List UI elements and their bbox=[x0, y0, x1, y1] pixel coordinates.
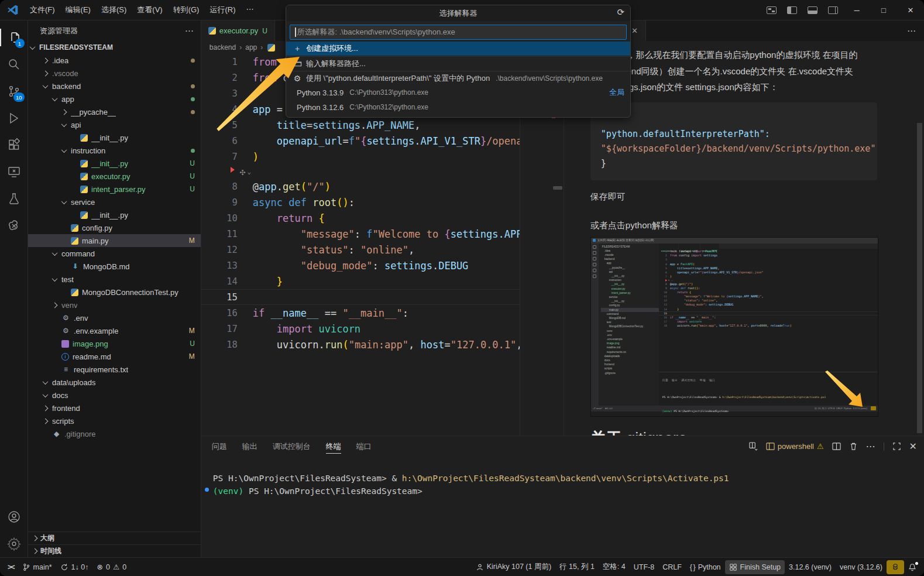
activity-remote-explorer-icon[interactable] bbox=[0, 159, 28, 186]
tab-executor-py[interactable]: executor.py U bbox=[201, 20, 275, 41]
quickpick-item-1[interactable]: 输入解释器路径... bbox=[286, 56, 630, 70]
activity-settings-icon[interactable] bbox=[0, 530, 28, 557]
tree-item-__init__.py[interactable]: __init__.py bbox=[28, 131, 201, 144]
menu-运行(R)[interactable]: 运行(R) bbox=[204, 2, 241, 18]
tree-item-backend[interactable]: backend bbox=[28, 80, 201, 92]
status-sync[interactable]: 1↓ 0↑ bbox=[56, 560, 93, 574]
activity-ai-assistant-icon[interactable] bbox=[0, 212, 28, 239]
status-item-right3[interactable]: UTF-8 bbox=[630, 560, 658, 574]
tree-item-.env.example[interactable]: ⚙.env.exampleM bbox=[28, 324, 201, 337]
tree-item-FILESREADSYSTEAM[interactable]: FILESREADSYSTEAM bbox=[28, 41, 201, 54]
tree-item-executor.py[interactable]: executor.pyU bbox=[28, 170, 201, 183]
tree-item-api[interactable]: api bbox=[28, 118, 201, 131]
sidebar-more-icon[interactable]: ⋯ bbox=[185, 26, 194, 36]
status-person[interactable]: KiriAky 107 (1 周前) bbox=[472, 560, 555, 574]
trash-icon[interactable] bbox=[849, 442, 858, 451]
tree-item-frontend[interactable]: frontend bbox=[28, 402, 201, 414]
quickpick-item-0[interactable]: +创建虚拟环境... bbox=[286, 42, 630, 56]
menu-查看(V)[interactable]: 查看(V) bbox=[132, 2, 167, 18]
tree-item-main.py[interactable]: main.pyM bbox=[28, 234, 201, 247]
breadcrumb-item[interactable]: backend bbox=[209, 43, 236, 52]
code-line-18[interactable]: 18 uvicorn.run("main:app", host="127.0.0… bbox=[201, 337, 520, 352]
tree-item-instruction[interactable]: instruction bbox=[28, 144, 201, 157]
tree-item-app[interactable]: app bbox=[28, 92, 201, 105]
tree-item-MongoDB.md[interactable]: ⬇MongoDB.md bbox=[28, 260, 201, 273]
command-decoration-dot[interactable] bbox=[205, 488, 209, 492]
toggle-sidebar-icon[interactable] bbox=[787, 6, 797, 14]
inline-ai-widget[interactable]: ✣⌄ bbox=[201, 164, 520, 179]
editor-scrollbar-handle[interactable] bbox=[553, 186, 562, 190]
tree-item-.vscode[interactable]: .vscode bbox=[28, 67, 201, 80]
code-line-6[interactable]: 6 openapi_url=f"{settings.API_V1_STR}/op… bbox=[659, 270, 878, 275]
tree-item-config.py[interactable]: config.py bbox=[28, 221, 201, 234]
panel-tab-终端[interactable]: 终端 bbox=[326, 436, 341, 457]
menu-选择(S)[interactable]: 选择(S) bbox=[96, 2, 132, 18]
activity-source-control-icon[interactable]: 10 bbox=[0, 78, 28, 105]
panel-tab-输出[interactable]: 输出 bbox=[242, 436, 257, 457]
code-line-9[interactable]: 9async def root(): bbox=[201, 194, 520, 210]
terminal-more-icon[interactable]: ⋯ bbox=[866, 441, 875, 452]
status-bell[interactable] bbox=[904, 560, 920, 574]
status-grid[interactable]: Finish Setup bbox=[725, 560, 785, 574]
activity-extensions-icon[interactable] bbox=[0, 132, 28, 159]
terminal-instance-label[interactable]: powershell ⚠ bbox=[766, 442, 824, 451]
tree-item-.gitignore[interactable]: ◆.gitignore bbox=[28, 427, 201, 440]
code-line-6[interactable]: 6 openapi_url=f"{settings.API_V1_STR}/op… bbox=[201, 133, 520, 149]
status-lingma[interactable] bbox=[887, 560, 904, 574]
panel-tab-问题[interactable]: 问题 bbox=[212, 436, 227, 457]
tree-item-MongoDBConnectionTest.py[interactable]: MongoDBConnectionTest.py bbox=[28, 286, 201, 299]
section-时间线[interactable]: 时间线 bbox=[28, 544, 201, 557]
code-line-17[interactable]: 17 import uvicorn bbox=[201, 321, 520, 337]
tree-item-command[interactable]: command bbox=[28, 247, 201, 260]
code-line-11[interactable]: 11 "message": f"Welcome to {settings.APP… bbox=[201, 226, 520, 242]
code-line-5[interactable]: 5 title=settings.APP_NAME, bbox=[201, 117, 520, 133]
status-item-right7[interactable]: 3.12.6 (venv) bbox=[785, 560, 836, 574]
code-line-12[interactable]: 12 "status": "online", bbox=[201, 242, 520, 258]
menu-more-icon[interactable]: ⋯ bbox=[241, 2, 259, 18]
panel-tab-调试控制台[interactable]: 调试控制台 bbox=[273, 436, 311, 457]
tree-item-image.png[interactable]: image.pngU bbox=[28, 337, 201, 350]
inline-ai-widget[interactable]: ✣⌄ bbox=[659, 279, 878, 282]
tree-item-__init__.py[interactable]: __init__.py bbox=[28, 208, 201, 221]
quickpick-item-2[interactable]: ⚙使用 \"python.defaultInterpreterPath\" 设置… bbox=[286, 71, 630, 85]
tree-item-scripts[interactable]: scripts bbox=[28, 414, 201, 427]
panel-tab-端口[interactable]: 端口 bbox=[356, 436, 372, 457]
maximize-button[interactable]: □ bbox=[870, 0, 897, 20]
status-item-right1[interactable]: 行 15, 列 1 bbox=[555, 560, 599, 574]
code-line-14[interactable]: 14 } bbox=[201, 273, 520, 289]
quickpick-item-3[interactable]: Python 3.13.9C:\Python313\python.exe全局 bbox=[286, 85, 630, 100]
code-line-18[interactable]: 18 uvicorn.run("main:app", host="127.0.0… bbox=[659, 324, 878, 328]
minimize-button[interactable]: ─ bbox=[843, 0, 870, 20]
close-button[interactable]: ✕ bbox=[897, 0, 924, 20]
ai-sparkle-icon[interactable]: ✣ bbox=[240, 166, 246, 177]
activity-testing-icon[interactable] bbox=[0, 186, 28, 212]
tree-item-test[interactable]: test bbox=[28, 273, 201, 286]
tree-item-.env[interactable]: ⚙.env bbox=[28, 311, 201, 324]
tree-item-readme.md[interactable]: ireadme.mdM bbox=[28, 350, 201, 363]
tree-item-service[interactable]: service bbox=[28, 196, 201, 208]
split-icon[interactable] bbox=[832, 442, 841, 451]
quickpick-item-4[interactable]: Python 3.12.6C:\Python312\python.exe bbox=[286, 100, 630, 114]
code-line-7[interactable]: 7) bbox=[201, 149, 520, 164]
tree-item-__pycache__[interactable]: __pycache__ bbox=[28, 105, 201, 118]
editor-actions-more-icon[interactable]: ⋯ bbox=[907, 26, 924, 36]
close-panel-icon[interactable]: ✕ bbox=[909, 441, 917, 452]
activity-account-icon[interactable] bbox=[0, 503, 28, 530]
ai-sparkle-icon[interactable]: ✣ bbox=[668, 273, 669, 287]
status-branch[interactable]: main* bbox=[18, 560, 56, 574]
menu-编辑(E)[interactable]: 编辑(E) bbox=[60, 2, 96, 18]
tree-item-__init__.py[interactable]: __init__.pyU bbox=[28, 157, 201, 170]
code-line-8[interactable]: 8@app.get("/") bbox=[201, 179, 520, 194]
code-line-13[interactable]: 13 "debug_mode": settings.DEBUG bbox=[201, 258, 520, 273]
tree-item-requirements.txt[interactable]: ≡requirements.txt bbox=[28, 363, 201, 376]
code-line-10[interactable]: 10 return { bbox=[201, 210, 520, 226]
menu-转到(G)[interactable]: 转到(G) bbox=[168, 2, 205, 18]
activity-explorer-icon[interactable]: 1 bbox=[0, 24, 28, 51]
code-line-13[interactable]: 13 "debug_mode": settings.DEBUG bbox=[659, 303, 878, 307]
status-item-right8[interactable]: venv (3.12.6) bbox=[836, 560, 887, 574]
toggle-panel-icon[interactable] bbox=[808, 6, 817, 14]
tree-item-docs[interactable]: docs bbox=[28, 389, 201, 402]
refresh-icon[interactable]: ⟳ bbox=[617, 7, 624, 18]
status-problems[interactable]: ⊗0⚠0 bbox=[92, 560, 130, 574]
status-braces[interactable]: { }Python bbox=[686, 560, 725, 574]
